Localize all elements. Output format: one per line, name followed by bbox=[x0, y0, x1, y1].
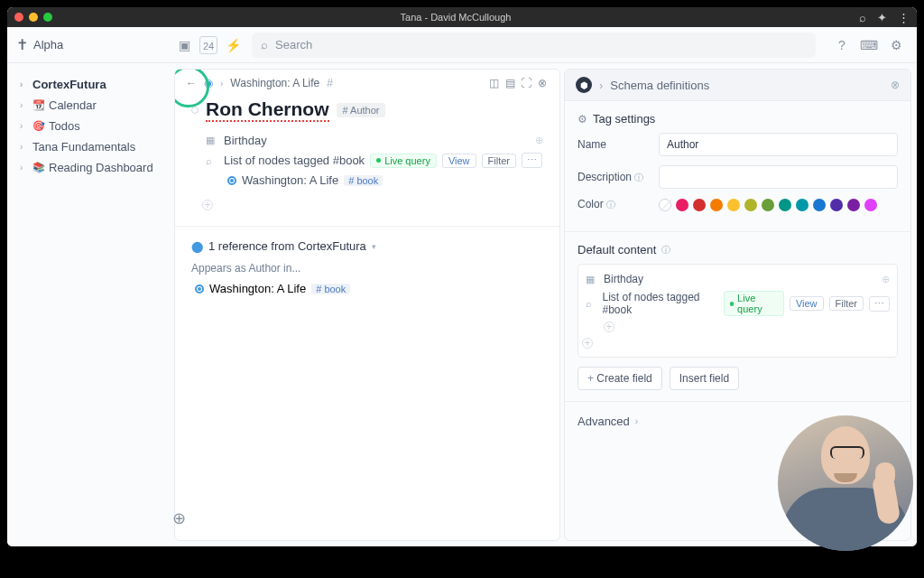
help-icon[interactable]: ? bbox=[830, 33, 854, 57]
panel-icon[interactable]: ▣ bbox=[172, 33, 196, 57]
node-bullet[interactable] bbox=[191, 107, 199, 114]
add-icon[interactable]: + bbox=[582, 338, 593, 349]
chevron-right-icon: › bbox=[635, 416, 638, 426]
more-button[interactable]: ⋯ bbox=[869, 296, 890, 312]
desc-label: Description ⓘ bbox=[578, 171, 650, 184]
color-swatch[interactable] bbox=[796, 199, 808, 211]
sidebar-root[interactable]: › CortexFutura bbox=[14, 74, 167, 95]
view-button[interactable]: View bbox=[790, 296, 824, 311]
sidebar: › CortexFutura › 📆 Calendar › 🎯 Todos › … bbox=[7, 63, 174, 546]
search-icon: ⌕ bbox=[261, 38, 268, 51]
field-list-nodes[interactable]: ⌕ List of nodes tagged #book Live query … bbox=[206, 150, 543, 171]
search-icon[interactable]: ⌕ bbox=[859, 11, 866, 24]
expand-icon[interactable]: ⛶ bbox=[520, 77, 532, 89]
reference-item[interactable]: Washington: A Life # book bbox=[191, 280, 543, 297]
chevron-right-icon: › bbox=[20, 79, 29, 89]
calendar-icon[interactable]: 24 bbox=[199, 36, 217, 54]
add-icon[interactable]: + bbox=[604, 322, 614, 332]
titlebar: Tana - David McCullough ⌕ ✦ ⋮ bbox=[7, 7, 917, 27]
color-swatch[interactable] bbox=[693, 199, 706, 211]
color-swatch[interactable] bbox=[762, 199, 774, 211]
collapse-icon[interactable]: ▤ bbox=[504, 77, 516, 89]
workspace-switcher[interactable]: ✝ Alpha bbox=[16, 36, 165, 53]
color-picker[interactable] bbox=[659, 199, 877, 211]
bullet-icon[interactable] bbox=[227, 176, 236, 185]
extension-icon[interactable]: ✦ bbox=[877, 11, 887, 24]
sidebar-item-calendar[interactable]: › 📆 Calendar bbox=[14, 95, 167, 116]
color-label: Color ⓘ bbox=[578, 198, 650, 211]
references-header[interactable]: ⬤ 1 reference from CortexFutura ▾ bbox=[191, 239, 543, 253]
live-query-badge: Live query bbox=[370, 154, 437, 168]
color-swatch[interactable] bbox=[727, 199, 740, 211]
gear-icon: ⚙ bbox=[578, 113, 587, 126]
dc-field-birthday[interactable]: ▦ Birthday ⊕ bbox=[586, 270, 890, 288]
close-panel-icon[interactable]: ⊗ bbox=[891, 79, 900, 91]
view-button[interactable]: View bbox=[442, 154, 476, 168]
more-button[interactable]: ⋯ bbox=[522, 153, 542, 168]
color-swatch[interactable] bbox=[830, 199, 843, 211]
description-input[interactable] bbox=[659, 165, 898, 189]
chevron-icon: › bbox=[599, 79, 603, 92]
keyboard-icon[interactable]: ⌨ bbox=[857, 33, 881, 57]
schema-icon: ⬢ bbox=[576, 77, 592, 93]
chevron-right-icon: › bbox=[20, 142, 29, 152]
close-window[interactable] bbox=[14, 13, 23, 22]
info-icon: ⓘ bbox=[606, 200, 615, 210]
color-swatch[interactable] bbox=[676, 199, 688, 211]
add-value-icon[interactable]: ⊕ bbox=[535, 135, 543, 146]
add-fab-icon[interactable]: ⊕ bbox=[172, 508, 186, 528]
insert-field-button[interactable]: Insert field bbox=[670, 367, 739, 390]
search-input[interactable]: ⌕ Search bbox=[252, 33, 816, 58]
minimize-window[interactable] bbox=[29, 13, 38, 22]
color-none[interactable] bbox=[659, 199, 671, 211]
color-swatch[interactable] bbox=[710, 199, 723, 211]
tag-book[interactable]: # book bbox=[311, 284, 350, 294]
dc-field-list[interactable]: ⌕ List of nodes tagged #book Live query … bbox=[586, 288, 890, 319]
bullet-icon bbox=[195, 284, 204, 294]
sidebar-item-todos[interactable]: › 🎯 Todos bbox=[14, 116, 167, 136]
child-node[interactable]: Washington: A Life # book bbox=[206, 171, 543, 190]
date-icon: ▦ bbox=[206, 135, 218, 146]
add-icon[interactable]: ⊕ bbox=[882, 274, 890, 285]
quick-add-icon[interactable]: ⚡ bbox=[221, 33, 245, 57]
chevron-down-icon: ▾ bbox=[372, 242, 376, 251]
color-swatch[interactable] bbox=[864, 199, 877, 211]
sidebar-item-fundamentals[interactable]: › Tana Fundamentals bbox=[14, 136, 167, 157]
add-node-icon[interactable]: + bbox=[202, 200, 213, 210]
window-title: Tana - David McCullough bbox=[52, 12, 859, 23]
color-swatch[interactable] bbox=[847, 199, 860, 211]
maximize-window[interactable] bbox=[43, 13, 52, 22]
create-field-button[interactable]: + Create field bbox=[578, 367, 662, 390]
name-label: Name bbox=[578, 138, 650, 151]
color-swatch[interactable] bbox=[813, 199, 826, 211]
chevron-right-icon: › bbox=[20, 100, 29, 110]
tag-book[interactable]: # book bbox=[344, 175, 383, 186]
back-icon[interactable]: ← bbox=[186, 77, 197, 89]
settings-icon[interactable]: ⚙ bbox=[884, 33, 908, 57]
close-panel-icon[interactable]: ⊗ bbox=[536, 77, 549, 89]
info-icon: ⓘ bbox=[634, 172, 643, 182]
chevron-right-icon: › bbox=[20, 163, 29, 172]
menu-icon[interactable]: ⋮ bbox=[898, 11, 910, 24]
window-controls bbox=[14, 13, 52, 22]
layout-icon[interactable]: ◫ bbox=[487, 77, 500, 89]
filter-button[interactable]: Filter bbox=[482, 154, 516, 168]
name-input[interactable] bbox=[659, 133, 898, 156]
refs-subheading: Appears as Author in... bbox=[191, 262, 543, 275]
color-swatch[interactable] bbox=[779, 199, 791, 211]
page-title[interactable]: Ron Chernow bbox=[206, 98, 329, 122]
node-icon: ◉ bbox=[204, 77, 213, 89]
chevron-right-icon: › bbox=[20, 121, 29, 131]
color-swatch[interactable] bbox=[744, 199, 757, 211]
filter-button[interactable]: Filter bbox=[829, 296, 864, 311]
breadcrumb[interactable]: Washington: A Life bbox=[230, 77, 319, 89]
chevron-icon: › bbox=[220, 79, 223, 89]
search-icon: ⌕ bbox=[206, 155, 218, 166]
hash-icon[interactable]: # bbox=[327, 77, 333, 89]
date-icon: ▦ bbox=[586, 274, 598, 285]
live-badge: Live query bbox=[724, 291, 784, 316]
sidebar-item-reading[interactable]: › 📚 Reading Dashboard bbox=[14, 157, 167, 178]
panel-title: Schema definitions bbox=[610, 79, 709, 92]
tag-author[interactable]: # Author bbox=[337, 103, 386, 117]
field-birthday[interactable]: ▦ Birthday ⊕ bbox=[206, 131, 543, 150]
